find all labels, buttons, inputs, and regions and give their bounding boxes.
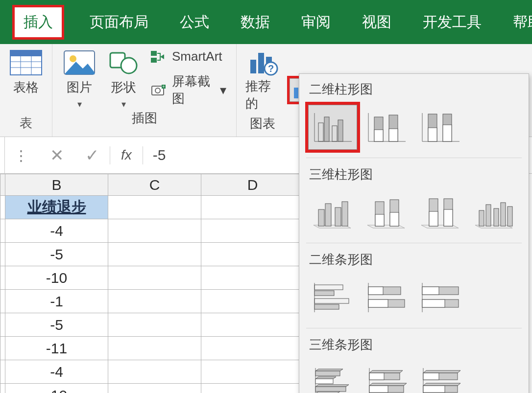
3d-clustered-column-option[interactable] xyxy=(308,190,357,235)
ribbon-tabs: 插入 页面布局 公式 数据 审阅 视图 开发工具 帮助 操作说 xyxy=(0,0,532,44)
cancel-button[interactable]: ✕ xyxy=(39,145,74,165)
cell[interactable]: -4 xyxy=(5,219,108,243)
shapes-icon xyxy=(106,49,141,76)
cell[interactable]: -11 xyxy=(5,337,108,360)
screenshot-button[interactable]: + 屏幕截图 ▾ xyxy=(150,73,226,107)
tab-review[interactable]: 审阅 xyxy=(295,5,337,40)
svg-rect-16 xyxy=(250,60,256,73)
tab-insert[interactable]: 插入 xyxy=(12,5,64,40)
col-header-d[interactable]: D xyxy=(201,174,304,196)
3d-column-option[interactable] xyxy=(470,190,519,235)
tables-group-label: 表 xyxy=(20,115,32,135)
svg-rect-84 xyxy=(315,387,346,392)
tab-developer[interactable]: 开发工具 xyxy=(417,5,487,40)
svg-rect-67 xyxy=(314,285,343,290)
col-header-b[interactable]: B xyxy=(5,174,108,196)
svg-rect-65 xyxy=(508,207,512,226)
table-icon xyxy=(9,49,43,76)
svg-point-9 xyxy=(121,58,137,73)
pictures-label: 图片 xyxy=(67,79,92,96)
svg-rect-80 xyxy=(422,300,445,307)
svg-rect-1 xyxy=(10,50,42,56)
chart-type-dropdown: 二维柱形图 三维柱形图 xyxy=(299,73,529,393)
smartart-button[interactable]: SmartArt xyxy=(150,49,226,64)
svg-text:?: ? xyxy=(268,63,274,74)
svg-text:+: + xyxy=(162,84,165,89)
svg-rect-46 xyxy=(428,128,437,141)
svg-rect-49 xyxy=(318,209,324,226)
formula-input[interactable]: -5 xyxy=(143,147,176,163)
cell[interactable]: -5 xyxy=(5,243,108,266)
svg-rect-73 xyxy=(368,287,383,295)
screenshot-label: 屏幕截图 xyxy=(172,73,215,107)
svg-rect-48 xyxy=(443,125,452,141)
section-3d-bar: 三维条形图 xyxy=(299,329,529,357)
enter-button[interactable]: ✓ xyxy=(74,145,110,165)
svg-rect-40 xyxy=(374,130,383,141)
shapes-label: 形状 xyxy=(111,79,136,96)
section-3d-column: 三维柱形图 xyxy=(299,159,529,187)
corner-cell[interactable] xyxy=(0,174,5,196)
shapes-button[interactable]: 形状 ▾ xyxy=(106,49,141,110)
svg-rect-60 xyxy=(444,209,453,226)
100-stacked-bar-option[interactable] xyxy=(416,275,465,320)
svg-rect-83 xyxy=(315,379,333,384)
3d-stacked-column-option[interactable] xyxy=(362,190,411,235)
name-box[interactable] xyxy=(0,137,5,173)
fx-label[interactable]: fx xyxy=(110,147,143,163)
chevron-down-icon: ▾ xyxy=(220,83,226,98)
3d-100-stacked-column-option[interactable] xyxy=(416,190,465,235)
smartart-label: SmartArt xyxy=(172,49,222,64)
recommended-charts-icon: ? xyxy=(245,48,280,75)
svg-rect-61 xyxy=(479,210,484,226)
clustered-column-option[interactable] xyxy=(308,105,357,150)
svg-point-7 xyxy=(70,55,76,62)
3d-stacked-bar-option[interactable] xyxy=(362,360,411,393)
clustered-bar-option[interactable] xyxy=(308,275,357,320)
tab-data[interactable]: 数据 xyxy=(235,5,276,40)
svg-rect-68 xyxy=(314,291,334,296)
svg-rect-54 xyxy=(375,214,384,226)
table-button[interactable]: 表格 xyxy=(9,49,43,96)
cell[interactable]: -1 xyxy=(5,290,108,313)
cell[interactable]: -10 xyxy=(5,266,108,290)
svg-rect-88 xyxy=(369,373,384,380)
cell[interactable] xyxy=(201,196,304,219)
group-tables: 表格 表 xyxy=(0,44,52,137)
cell[interactable] xyxy=(108,196,201,219)
svg-rect-11 xyxy=(151,58,157,63)
cell[interactable]: -4 xyxy=(5,360,108,384)
cell[interactable]: 业绩退步 xyxy=(5,196,108,219)
tab-help[interactable]: 帮助 xyxy=(507,5,532,40)
formula-bar-expand[interactable]: ⋮ xyxy=(5,147,39,164)
svg-rect-95 xyxy=(423,386,445,393)
stacked-bar-option[interactable] xyxy=(362,275,411,320)
svg-rect-75 xyxy=(368,300,388,307)
group-illustrations: 图片 ▾ 形状 ▾ xyxy=(52,44,237,137)
svg-rect-78 xyxy=(422,287,439,295)
100-stacked-column-option[interactable] xyxy=(416,105,465,150)
cell[interactable]: -10 xyxy=(5,384,108,393)
picture-icon xyxy=(62,49,97,76)
chevron-down-icon: ▾ xyxy=(121,99,126,110)
svg-rect-33 xyxy=(318,123,323,141)
3d-clustered-bar-option[interactable] xyxy=(308,360,357,393)
screenshot-icon: + xyxy=(150,84,167,96)
section-2d-column: 二维柱形图 xyxy=(299,74,529,102)
tab-page-layout[interactable]: 页面布局 xyxy=(84,5,154,40)
svg-rect-93 xyxy=(423,373,439,380)
3d-100-stacked-bar-option[interactable] xyxy=(416,360,465,393)
col-header-c[interactable]: C xyxy=(108,174,201,196)
svg-rect-64 xyxy=(501,203,506,226)
chevron-down-icon: ▾ xyxy=(77,99,82,110)
cell[interactable]: -5 xyxy=(5,313,108,337)
svg-rect-50 xyxy=(325,204,331,226)
recommended-charts-button[interactable]: ? 推荐的 图表 xyxy=(245,48,280,132)
tab-view[interactable]: 视图 xyxy=(356,5,397,40)
tab-formulas[interactable]: 公式 xyxy=(174,5,215,40)
svg-rect-70 xyxy=(314,304,339,309)
table-label: 表格 xyxy=(13,79,39,96)
stacked-column-option[interactable] xyxy=(362,105,411,150)
svg-rect-34 xyxy=(324,117,329,141)
pictures-button[interactable]: 图片 ▾ xyxy=(62,49,97,110)
